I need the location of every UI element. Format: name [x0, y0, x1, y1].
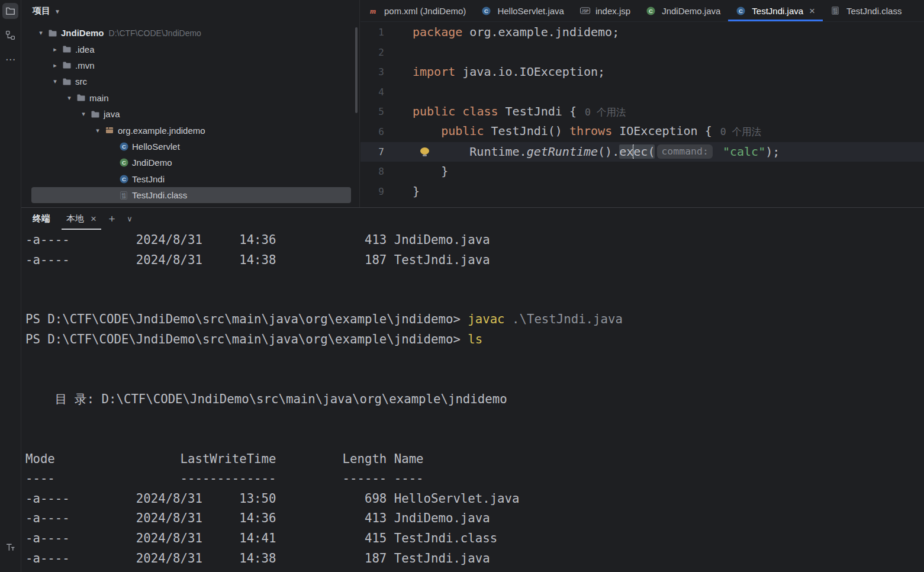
terminal-line: -a---- 2024/8/31 14:38 187 TestJndi.java [25, 549, 924, 569]
editor-area: mpom.xml (JndiDemo)CHelloServlet.javaJSP… [360, 0, 924, 207]
more-tools-icon[interactable]: ⋯ [2, 52, 18, 68]
line-number[interactable]: 4 [360, 82, 413, 102]
class-file-icon: 0110 [119, 191, 132, 200]
code-token [716, 144, 723, 159]
editor-tab-testjndi-java[interactable]: CTestJndi.java× [728, 0, 823, 21]
tree-item-idea[interactable]: ▸.idea [31, 41, 351, 57]
tree-item-label: HelloServlet [132, 142, 180, 152]
code-text: import java.io.IOException; [413, 62, 605, 82]
tree-item-main[interactable]: ▾main [31, 90, 351, 106]
code-line-7[interactable]: 7 Runtime.getRuntime().exec(command: "ca… [360, 142, 924, 162]
tree-item-path: D:\CTF\CODE\JndiDemo [109, 28, 201, 38]
code-line-1[interactable]: 1package org.example.jndidemo; [360, 23, 924, 43]
new-terminal-button[interactable]: + [103, 213, 121, 226]
chevron-right-icon[interactable]: ▸ [48, 62, 62, 69]
project-tree: ▾JndiDemoD:\CTF\CODE\JndiDemo▸.idea▸.mvn… [21, 21, 359, 203]
line-number[interactable]: 6 [360, 122, 413, 142]
code-token [455, 104, 462, 118]
code-editor[interactable]: 1package org.example.jndidemo;2 3import … [360, 22, 924, 201]
close-icon[interactable]: × [91, 214, 96, 224]
editor-tab-pom-xml-jndidemo[interactable]: mpom.xml (JndiDemo) [360, 0, 474, 21]
svg-text:C: C [739, 7, 743, 14]
code-token: public [441, 124, 484, 138]
terminal-text: -a---- 2024/8/31 14:36 413 JndiDemo.java [25, 511, 490, 525]
tree-item-testjndi-class[interactable]: 0110TestJndi.class [31, 187, 351, 203]
project-panel-title: 项目 [33, 5, 50, 17]
code-line-8[interactable]: 8 } [360, 162, 924, 182]
scrollbar[interactable] [355, 27, 358, 113]
chevron-right-icon[interactable]: ▸ [48, 46, 62, 53]
tree-item-testjndi[interactable]: CTestJndi [31, 171, 351, 187]
terminal-output[interactable]: -a---- 2024/8/31 14:36 413 JndiDemo.java… [21, 230, 924, 568]
ellipsis-icon: ⋯ [5, 53, 15, 66]
tree-item-mvn[interactable]: ▸.mvn [31, 57, 351, 73]
line-number[interactable]: 3 [360, 62, 413, 82]
svg-text:C: C [122, 159, 126, 166]
terminal-line [25, 369, 924, 390]
line-number[interactable]: 1 [360, 23, 413, 43]
editor-tab-index-jsp[interactable]: JSPindex.jsp [572, 0, 638, 21]
svg-text:C: C [484, 7, 488, 14]
line-number[interactable]: 9 [360, 182, 413, 202]
svg-text:m: m [370, 7, 376, 15]
tree-item-org-example-jndidemo[interactable]: ▾org.example.jndidemo [31, 122, 351, 138]
tree-item-src[interactable]: ▾src [31, 73, 351, 89]
chevron-down-icon[interactable]: ▾ [91, 127, 105, 134]
close-icon[interactable]: × [809, 6, 815, 16]
tab-label: JndiDemo.java [662, 6, 720, 16]
structure-icon [5, 30, 15, 40]
project-tool-icon[interactable] [2, 3, 18, 19]
chevron-down-icon[interactable]: ▾ [62, 94, 76, 102]
tab-label: HelloServlet.java [497, 6, 564, 16]
typography-tool-icon[interactable] [2, 539, 18, 555]
svg-text:JSP: JSP [581, 9, 589, 13]
tree-item-label: TestJndi [132, 174, 165, 184]
tree-item-java[interactable]: ▾java [31, 106, 351, 122]
terminal-dropdown-icon[interactable]: ∨ [121, 214, 139, 223]
maven-icon: m [368, 6, 379, 15]
tree-item-helloservlet[interactable]: CHelloServlet [31, 139, 351, 155]
line-number[interactable]: 8 [360, 162, 413, 182]
terminal-text: 目 录: D:\CTF\CODE\JndiDemo\src\main\java\… [25, 392, 507, 406]
code-token: throws [569, 124, 612, 138]
code-line-4[interactable]: 4 [360, 82, 924, 102]
intention-bulb-icon[interactable] [420, 147, 429, 156]
line-number[interactable]: 2 [360, 43, 413, 63]
tree-item-jndidemo[interactable]: ▾JndiDemoD:\CTF\CODE\JndiDemo [31, 25, 351, 41]
code-token: java.io.IOException; [455, 65, 605, 79]
code-line-6[interactable]: 6 public TestJndi() throws IOException {… [360, 122, 924, 142]
code-line-3[interactable]: 3import java.io.IOException; [360, 62, 924, 82]
code-text: } [413, 182, 420, 202]
structure-tool-icon[interactable] [2, 27, 18, 43]
code-token: getRuntime [527, 144, 598, 159]
code-line-9[interactable]: 9} [360, 182, 924, 202]
chevron-down-icon[interactable]: ▾ [76, 110, 91, 118]
chevron-down-icon[interactable]: ▾ [48, 78, 62, 85]
tree-item-label: TestJndi.class [132, 190, 187, 200]
code-line-2[interactable]: 2 [360, 43, 924, 63]
tree-item-label: JndiDemo [61, 28, 104, 38]
editor-tab-jndidemo-java[interactable]: CJndiDemo.java [638, 0, 728, 21]
folder-icon [62, 77, 75, 86]
terminal-text: ls [468, 332, 482, 346]
code-text [413, 82, 420, 102]
folder-icon [62, 44, 75, 54]
project-panel-header[interactable]: 项目 ▼ [21, 0, 359, 21]
line-number[interactable]: 5 [360, 102, 413, 122]
class-green-icon: C [119, 158, 132, 168]
code-token: org.example.jndidemo; [462, 25, 619, 39]
terminal-header: 终端 本地 × + ∨ [21, 208, 924, 230]
line-number[interactable]: 7 [360, 142, 413, 162]
terminal-line [25, 290, 924, 310]
code-line-5[interactable]: 5public class TestJndi {0 个用法 [360, 102, 924, 122]
code-token: (). [598, 144, 619, 159]
terminal-tab-local[interactable]: 本地 × [60, 208, 103, 230]
tree-item-jndidemo[interactable]: CJndiDemo [31, 155, 351, 171]
code-token: package [413, 25, 462, 39]
code-token: IOException { [612, 124, 712, 138]
editor-tab-helloservlet-java[interactable]: CHelloServlet.java [474, 0, 572, 21]
editor-tab-testjndi-class[interactable]: 0110TestJndi.class [823, 0, 909, 21]
chevron-down-icon[interactable]: ▾ [34, 29, 48, 37]
tree-item-label: .idea [75, 44, 95, 54]
inlay-hint-command: command: [657, 144, 712, 159]
